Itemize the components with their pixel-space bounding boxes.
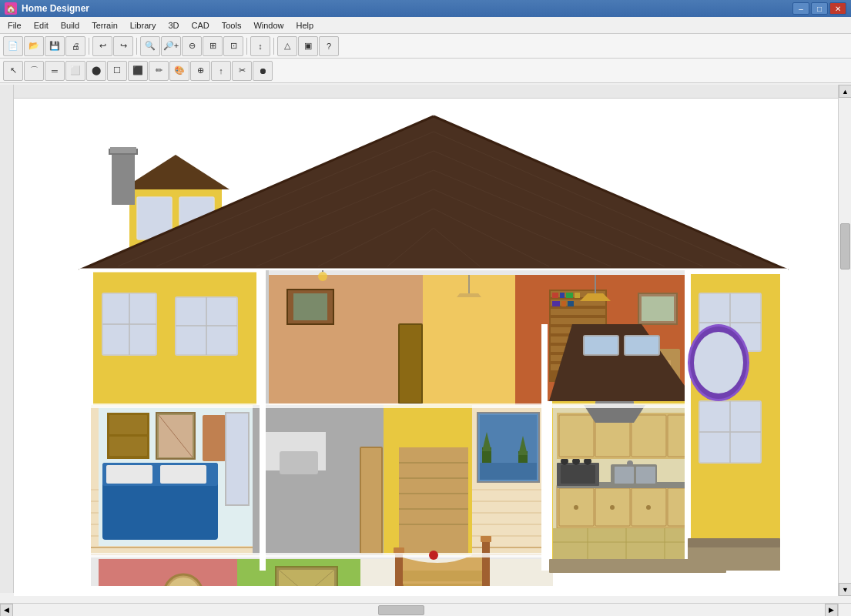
draw-button-cabinet[interactable]: ⬛ <box>128 61 148 81</box>
toolbar-button-save[interactable]: 💾 <box>45 36 65 56</box>
svg-rect-24 <box>110 147 136 153</box>
scroll-left-button[interactable]: ◀ <box>0 604 13 617</box>
toolbar-button-zoom-out[interactable]: 🔍 <box>140 36 160 56</box>
toolbar-button-new[interactable]: 📄 <box>3 36 23 56</box>
scrollbar-bottom: ◀ ▶ <box>0 603 838 616</box>
svg-rect-174 <box>625 336 659 355</box>
svg-rect-169 <box>482 540 490 586</box>
svg-rect-79 <box>269 270 688 275</box>
toolbar-separator <box>246 38 247 55</box>
svg-rect-22 <box>112 151 135 205</box>
draw-button-up-arrow[interactable]: ↑ <box>211 61 231 81</box>
toolbar-button-undo[interactable]: ↩ <box>92 36 112 56</box>
svg-rect-225 <box>91 553 545 557</box>
svg-point-183 <box>574 505 578 510</box>
svg-rect-173 <box>584 336 618 355</box>
svg-rect-200 <box>632 415 666 457</box>
scroll-thumb-horizontal[interactable] <box>378 605 424 615</box>
svg-rect-95 <box>109 437 147 456</box>
toolbar-button-measure[interactable]: ↕ <box>250 36 270 56</box>
svg-point-191 <box>627 460 633 467</box>
draw-button-select[interactable]: ↖ <box>3 61 23 81</box>
house-svg <box>56 109 796 586</box>
menu-item-terrain[interactable]: Terrain <box>85 19 124 32</box>
toolbar-button-print[interactable]: 🖨 <box>65 36 85 56</box>
svg-point-233 <box>318 272 327 281</box>
toolbar-separator <box>136 38 137 55</box>
svg-rect-64 <box>566 293 573 298</box>
svg-rect-56 <box>551 318 605 324</box>
menu-item-help[interactable]: Help <box>290 19 320 32</box>
draw-button-misc[interactable]: ⊕ <box>190 61 210 81</box>
draw-button-wall[interactable]: ═ <box>45 61 65 81</box>
svg-rect-66 <box>552 301 560 306</box>
canvas-area[interactable] <box>14 99 838 596</box>
svg-rect-190 <box>636 467 655 484</box>
svg-rect-63 <box>560 293 565 298</box>
menu-bar: FileEditBuildTerrainLibrary3DCADToolsWin… <box>0 17 851 34</box>
toolbar-button-fit-select[interactable]: ⊡ <box>223 36 243 56</box>
svg-rect-193 <box>561 465 595 484</box>
draw-button-snip[interactable]: ✂ <box>232 61 252 81</box>
toolbar-separator <box>273 38 274 55</box>
svg-rect-224 <box>91 403 688 408</box>
svg-rect-92 <box>160 465 206 484</box>
menu-item-edit[interactable]: Edit <box>28 19 55 32</box>
svg-rect-48 <box>399 324 422 403</box>
svg-rect-198 <box>559 415 594 457</box>
close-button[interactable]: ✕ <box>829 2 846 15</box>
svg-rect-220 <box>260 270 266 571</box>
toolbar-draw: ↖⌒═⬜⬤☐⬛✏🎨⊕↑✂⏺ <box>0 59 851 83</box>
svg-rect-170 <box>394 547 404 554</box>
toolbar-button-fit-all[interactable]: ⊞ <box>203 36 223 56</box>
menu-item-tools[interactable]: Tools <box>216 19 248 32</box>
menu-item-window[interactable]: Window <box>247 19 290 32</box>
svg-rect-228 <box>549 559 726 573</box>
toolbar-button-help[interactable]: ? <box>319 36 339 56</box>
svg-rect-153 <box>279 570 334 586</box>
draw-button-draw[interactable]: ✏ <box>149 61 169 81</box>
scrollbar-right: ▲ ▼ <box>838 85 851 596</box>
menu-item-file[interactable]: File <box>2 19 28 32</box>
svg-rect-221 <box>685 270 691 571</box>
svg-rect-227 <box>688 538 780 547</box>
scroll-down-button[interactable]: ▼ <box>839 583 851 596</box>
toolbar-button-open[interactable]: 📂 <box>24 36 44 56</box>
toolbar-button-redo[interactable]: ↪ <box>113 36 133 56</box>
svg-marker-78 <box>457 293 481 297</box>
svg-rect-47 <box>293 293 327 320</box>
toolbar-separator <box>89 38 89 55</box>
menu-item-3d[interactable]: 3D <box>162 19 185 32</box>
svg-rect-67 <box>561 301 566 306</box>
menu-item-library[interactable]: Library <box>124 19 162 32</box>
app-icon: 🏠 <box>5 2 17 15</box>
svg-rect-99 <box>203 415 226 461</box>
svg-rect-68 <box>568 301 574 306</box>
svg-rect-105 <box>280 451 318 474</box>
draw-button-arc[interactable]: ⌒ <box>24 61 44 81</box>
svg-rect-232 <box>694 332 743 393</box>
minimize-button[interactable]: – <box>792 2 809 15</box>
scroll-right-button[interactable]: ▶ <box>825 604 838 617</box>
svg-point-229 <box>429 551 438 560</box>
toolbar-button-zoom-in[interactable]: 🔎+ <box>161 36 181 56</box>
draw-button-door[interactable]: ⬤ <box>86 61 106 81</box>
draw-button-record[interactable]: ⏺ <box>253 61 273 81</box>
draw-button-room[interactable]: ⬜ <box>65 61 85 81</box>
draw-button-color[interactable]: 🎨 <box>169 61 189 81</box>
draw-button-window[interactable]: ☐ <box>107 61 127 81</box>
scroll-up-button[interactable]: ▲ <box>839 85 851 98</box>
maximize-button[interactable]: □ <box>811 2 828 15</box>
top-ruler <box>14 85 838 99</box>
toolbar-button-plan[interactable]: ▣ <box>298 36 318 56</box>
house-view <box>14 99 838 596</box>
svg-rect-76 <box>642 296 674 321</box>
svg-rect-121 <box>480 463 537 480</box>
menu-item-build[interactable]: Build <box>55 19 85 32</box>
toolbar-button-zoom-minus[interactable]: ⊖ <box>182 36 202 56</box>
svg-point-184 <box>610 505 615 510</box>
menu-item-cad[interactable]: CAD <box>185 19 215 32</box>
scroll-thumb-vertical[interactable] <box>840 223 850 270</box>
toolbar-button-up[interactable]: △ <box>277 36 297 56</box>
toolbar-main: 📄📂💾🖨↩↪🔍🔎+⊖⊞⊡↕△▣? <box>0 34 851 59</box>
